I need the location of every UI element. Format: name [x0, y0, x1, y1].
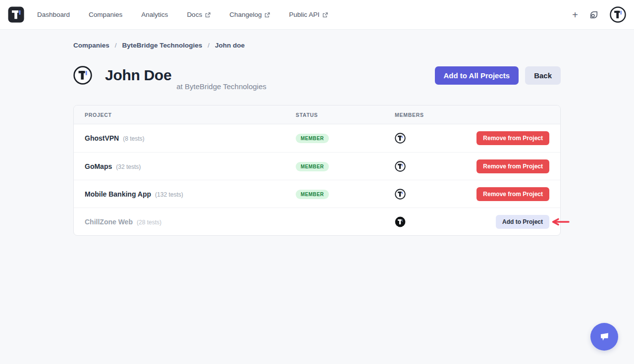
member-avatar [395, 133, 406, 144]
table-row: Mobile Banking App (132 tests) MEMBER Re… [74, 180, 560, 208]
nav-item-label: Companies [89, 11, 122, 18]
add-to-all-projects-button[interactable]: Add to All Projects [435, 66, 519, 85]
project-test-count: (28 tests) [137, 219, 161, 226]
remove-from-project-button[interactable]: Remove from Project [476, 187, 549, 201]
projects-table: PROJECT STATUS MEMBERS GhostVPN (8 tests… [73, 105, 561, 236]
project-cell: Mobile Banking App (132 tests) [85, 190, 296, 198]
project-name: Mobile Banking App [85, 190, 151, 198]
annotation-arrow-icon [551, 218, 570, 226]
nav-right-actions: + [572, 6, 626, 23]
project-cell: GoMaps (32 tests) [85, 162, 296, 170]
external-link-icon [264, 12, 270, 18]
member-avatar [395, 189, 406, 200]
chat-bubble-icon [597, 330, 611, 344]
project-cell: ChillZone Web (28 tests) [85, 218, 296, 226]
nav-item-changelog[interactable]: Changelog [229, 11, 270, 18]
status-cell: MEMBER [296, 133, 395, 143]
search-icon[interactable] [589, 10, 598, 19]
table-row: ChillZone Web (28 tests) Add to Project [74, 208, 560, 235]
members-cell: Remove from Project [395, 159, 549, 173]
project-test-count: (132 tests) [155, 191, 183, 198]
status-badge: MEMBER [296, 162, 329, 171]
table-header-row: PROJECT STATUS MEMBERS [74, 105, 560, 124]
nav-links: Dashboard Companies Analytics Docs Chang… [37, 11, 347, 18]
nav-item-label: Dashboard [37, 11, 70, 18]
project-name: GhostVPN [85, 134, 119, 142]
breadcrumb-current: John doe [215, 42, 245, 49]
page-subtitle: at ByteBridge Technologies [176, 82, 266, 94]
table-row: GoMaps (32 tests) MEMBER Remove from Pro… [74, 152, 560, 180]
remove-from-project-button[interactable]: Remove from Project [476, 159, 549, 173]
main-content: Companies / ByteBridge Technologies / Jo… [73, 42, 561, 236]
user-avatar[interactable] [610, 6, 626, 23]
nav-item-public-api[interactable]: Public API [289, 11, 328, 18]
top-nav: Dashboard Companies Analytics Docs Chang… [0, 0, 634, 30]
nav-item-dashboard[interactable]: Dashboard [37, 11, 70, 18]
status-cell: MEMBER [296, 161, 395, 171]
member-avatar [395, 161, 406, 172]
page-header: John Doe at ByteBridge Technologies Add … [73, 57, 561, 94]
nav-item-label: Public API [289, 11, 319, 18]
member-avatar-dark [395, 216, 406, 227]
breadcrumb-separator: / [115, 42, 117, 49]
status-badge: MEMBER [296, 190, 329, 199]
members-cell: Remove from Project [395, 187, 549, 201]
project-name: GoMaps [85, 162, 112, 170]
table-row: GhostVPN (8 tests) MEMBER Remove from Pr… [74, 124, 560, 152]
breadcrumb-company[interactable]: ByteBridge Technologies [122, 42, 203, 49]
breadcrumb: Companies / ByteBridge Technologies / Jo… [73, 42, 561, 49]
members-cell: Add to Project [395, 215, 549, 229]
project-test-count: (8 tests) [123, 135, 144, 142]
add-to-project-button[interactable]: Add to Project [496, 215, 549, 229]
project-test-count: (32 tests) [116, 163, 141, 170]
status-badge: MEMBER [296, 134, 329, 143]
back-button[interactable]: Back [525, 66, 561, 85]
nav-item-label: Analytics [141, 11, 168, 18]
external-link-icon [205, 12, 211, 18]
chat-widget-button[interactable] [590, 323, 618, 351]
header-actions: Add to All Projects Back [435, 66, 561, 85]
nav-item-docs[interactable]: Docs [187, 11, 211, 18]
breadcrumb-companies[interactable]: Companies [73, 42, 109, 49]
remove-from-project-button[interactable]: Remove from Project [476, 131, 549, 145]
nav-item-companies[interactable]: Companies [89, 11, 122, 18]
column-header-project: PROJECT [85, 112, 296, 118]
breadcrumb-separator: / [208, 42, 210, 49]
external-link-icon [322, 12, 328, 18]
members-cell: Remove from Project [395, 131, 549, 145]
column-header-members: MEMBERS [395, 112, 549, 118]
app-logo-icon[interactable] [8, 6, 24, 23]
page-title: John Doe [105, 67, 171, 84]
project-name: ChillZone Web [85, 218, 133, 226]
plus-icon[interactable]: + [572, 10, 578, 20]
nav-item-label: Docs [187, 11, 202, 18]
nav-item-analytics[interactable]: Analytics [141, 11, 168, 18]
column-header-status: STATUS [296, 112, 395, 118]
project-cell: GhostVPN (8 tests) [85, 134, 296, 142]
nav-item-label: Changelog [229, 11, 262, 18]
status-cell: MEMBER [296, 189, 395, 199]
profile-avatar [73, 66, 92, 85]
